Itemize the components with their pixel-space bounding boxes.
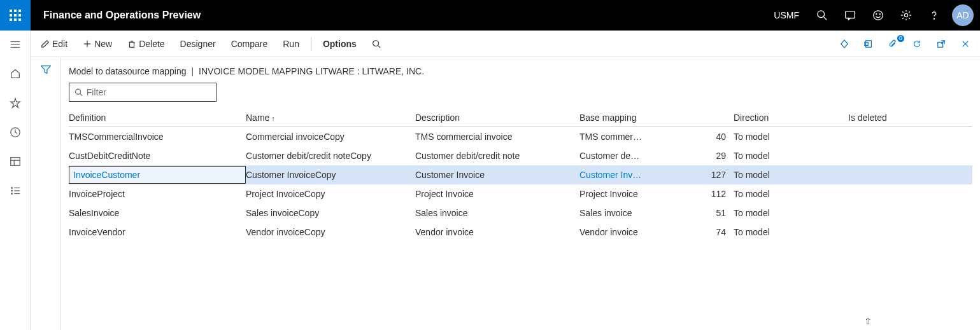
col-base-mapping[interactable]: Base mapping: [579, 113, 703, 123]
hamburger-icon[interactable]: [8, 37, 23, 52]
cell-direction[interactable]: To model: [734, 170, 848, 180]
cell-base_mapping[interactable]: Customer de…: [579, 151, 703, 161]
recent-clock-icon[interactable]: [8, 125, 23, 140]
cell-description[interactable]: Vendor invoice: [415, 227, 579, 237]
cell-description[interactable]: Customer debit/credit note: [415, 151, 579, 161]
cell-definition[interactable]: InvoiceCustomer: [69, 166, 246, 184]
table-row[interactable]: CustDebitCreditNoteCustomer debit/credit…: [69, 146, 972, 165]
col-name-label: Name: [246, 113, 269, 123]
power-apps-icon[interactable]: [835, 37, 854, 51]
col-description[interactable]: Description: [415, 113, 579, 123]
cell-direction[interactable]: To model: [734, 132, 848, 142]
cell-description[interactable]: Project Invoice: [415, 189, 579, 199]
search-icon[interactable]: [808, 0, 836, 31]
cell-base_mapping[interactable]: Sales invoice: [579, 208, 703, 218]
breadcrumb: Model to datasource mapping | INVOICE MO…: [69, 66, 972, 76]
col-definition[interactable]: Definition: [69, 113, 246, 123]
table-row[interactable]: InvoiceProjectProject InvoiceCopyProject…: [69, 184, 972, 203]
home-icon[interactable]: [8, 66, 23, 81]
cell-name[interactable]: Vendor invoiceCopy: [246, 227, 415, 237]
svg-point-26: [11, 190, 12, 191]
delete-button[interactable]: Delete: [122, 36, 169, 52]
cell-base_mapping[interactable]: Project Invoice: [579, 189, 703, 199]
help-icon[interactable]: [920, 0, 948, 31]
svg-point-15: [904, 13, 907, 17]
attachments-badge: 0: [897, 35, 904, 42]
cell-description[interactable]: Sales invoice: [415, 208, 579, 218]
cell-direction[interactable]: To model: [734, 189, 848, 199]
compare-button[interactable]: Compare: [226, 36, 273, 52]
svg-rect-2: [18, 10, 21, 12]
scroll-up-indicator: ⇧: [864, 316, 872, 326]
cell-definition[interactable]: InvoiceVendor: [69, 227, 246, 237]
svg-rect-4: [14, 14, 17, 17]
cell-definition[interactable]: SalesInvoice: [69, 208, 246, 218]
settings-gear-icon[interactable]: [892, 0, 920, 31]
cell-count[interactable]: 40: [703, 132, 734, 142]
col-direction[interactable]: Direction: [734, 113, 848, 123]
table-row[interactable]: SalesInvoiceSales invoiceCopySales invoi…: [69, 203, 972, 223]
cell-name[interactable]: Sales invoiceCopy: [246, 208, 415, 218]
modules-list-icon[interactable]: [8, 183, 23, 198]
cell-description[interactable]: Customer Invoice: [415, 170, 579, 180]
refresh-icon[interactable]: [907, 37, 927, 51]
left-nav-rail: [0, 31, 31, 330]
command-search-icon[interactable]: [367, 37, 386, 51]
messages-icon[interactable]: [836, 0, 864, 31]
workspace-icon[interactable]: [8, 154, 23, 169]
cell-definition[interactable]: InvoiceProject: [69, 189, 246, 199]
popout-icon[interactable]: [932, 37, 951, 51]
feedback-smile-icon[interactable]: [864, 0, 892, 31]
designer-button[interactable]: Designer: [175, 36, 221, 52]
cell-direction[interactable]: To model: [734, 208, 848, 218]
col-name[interactable]: Name↑: [246, 113, 415, 123]
cell-base_mapping[interactable]: Vendor invoice: [579, 227, 703, 237]
cell-count[interactable]: 127: [703, 170, 734, 180]
run-label: Run: [283, 39, 299, 49]
table-row[interactable]: InvoiceVendorVendor invoiceCopyVendor in…: [69, 223, 972, 242]
svg-rect-3: [10, 14, 12, 17]
close-icon[interactable]: [956, 37, 975, 51]
cell-count[interactable]: 51: [703, 208, 734, 218]
filter-pane-toggle[interactable]: [31, 57, 61, 330]
options-button[interactable]: Options: [318, 36, 362, 52]
run-button[interactable]: Run: [278, 36, 304, 52]
cell-count[interactable]: 74: [703, 227, 734, 237]
quick-filter[interactable]: [69, 83, 217, 102]
cell-definition[interactable]: TMSCommercialInvoice: [69, 132, 246, 142]
svg-point-35: [373, 40, 379, 46]
cell-name[interactable]: Project InvoiceCopy: [246, 189, 415, 199]
cell-description[interactable]: TMS commercial invoice: [415, 132, 579, 142]
cell-definition[interactable]: CustDebitCreditNote: [69, 151, 246, 161]
cell-count[interactable]: 112: [703, 189, 734, 199]
cell-name[interactable]: Commercial invoiceCopy: [246, 132, 415, 142]
table-row[interactable]: InvoiceCustomerCustomer InvoiceCopyCusto…: [69, 165, 972, 184]
cell-base_mapping[interactable]: Customer Inv…: [579, 170, 703, 180]
user-avatar[interactable]: AD: [952, 4, 974, 26]
favorites-star-icon[interactable]: [8, 95, 23, 111]
col-is-deleted[interactable]: Is deleted: [848, 113, 925, 123]
cell-count[interactable]: 29: [703, 151, 734, 161]
cell-name[interactable]: Customer InvoiceCopy: [246, 170, 415, 180]
cell-name[interactable]: Customer debit/credit noteCopy: [246, 151, 415, 161]
svg-point-9: [818, 11, 825, 18]
search-icon: [75, 88, 83, 97]
office-addin-icon[interactable]: [859, 37, 878, 51]
new-button[interactable]: New: [78, 36, 117, 52]
edit-button[interactable]: Edit: [36, 36, 73, 52]
cell-base_mapping[interactable]: TMS commer…: [579, 132, 703, 142]
cell-direction[interactable]: To model: [734, 151, 848, 161]
svg-line-36: [378, 45, 380, 48]
legal-entity[interactable]: USMF: [765, 10, 808, 20]
cell-direction[interactable]: To model: [734, 227, 848, 237]
svg-rect-0: [10, 10, 12, 12]
app-launcher-icon[interactable]: [0, 0, 31, 31]
attachments-icon[interactable]: 0: [883, 37, 902, 51]
command-divider: [311, 37, 311, 51]
svg-rect-37: [866, 40, 872, 47]
breadcrumb-sep: |: [191, 66, 194, 76]
table-row[interactable]: TMSCommercialInvoiceCommercial invoiceCo…: [69, 127, 972, 146]
sort-asc-icon: ↑: [271, 114, 275, 122]
quick-filter-input[interactable]: [87, 87, 211, 97]
compare-label: Compare: [231, 39, 268, 49]
